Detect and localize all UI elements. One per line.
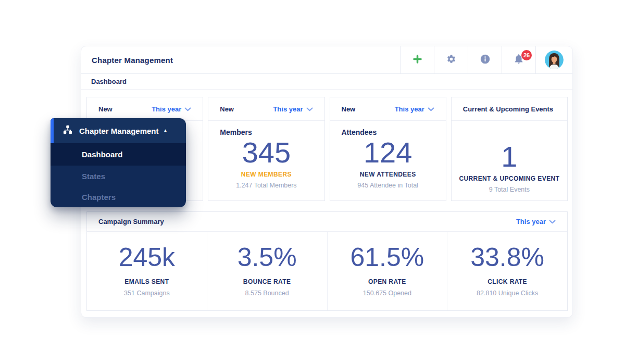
card-body: Attendees 124 NEW ATTENDEES 945 Attendee…: [330, 121, 446, 189]
card-filter-label: New: [98, 105, 113, 113]
campaign-stat-click-rate: 33.8% CLICK RATE 82.810 Unique Clicks: [447, 232, 567, 310]
stat-subtext: 1.247 Total Members: [208, 182, 324, 189]
card-filter-label: New: [342, 105, 356, 113]
screen: Chapter Management 26: [0, 0, 625, 364]
stat-value: 124: [330, 137, 446, 168]
add-button[interactable]: [400, 46, 434, 73]
stat-card-head: New This year: [330, 97, 446, 121]
accent-bar: [51, 118, 54, 143]
nav-item-dashboard[interactable]: Dashboard: [51, 143, 186, 166]
stat-subtext: 945 Attendee in Total: [330, 182, 446, 189]
nav-item-states[interactable]: States: [51, 166, 186, 186]
stat-label: EMAILS SENT: [87, 278, 207, 285]
sitemap-icon: [63, 124, 73, 137]
stat-value: 33.8%: [447, 244, 567, 270]
stat-subtext: 9 Total Events: [452, 186, 567, 193]
stat-value: 345: [208, 137, 324, 168]
notification-count-badge: 26: [521, 50, 532, 60]
stat-highlight: NEW MEMBERS: [208, 171, 324, 178]
nav-item-chapters[interactable]: Chapters: [51, 186, 186, 207]
card-body: Members 345 NEW MEMBERS 1.247 Total Memb…: [208, 121, 324, 189]
stat-card-events: Current & Upcoming Events 1 CURRENT & UP…: [451, 97, 568, 201]
plus-icon: [412, 54, 423, 67]
stat-label: OPEN RATE: [328, 278, 447, 285]
chevron-down-icon: [428, 105, 434, 113]
stat-subtext: 8.575 Bounced: [207, 290, 327, 297]
period-selector[interactable]: This year: [516, 218, 556, 225]
stat-highlight: NEW ATTENDEES: [330, 171, 446, 178]
period-label: This year: [273, 105, 303, 113]
stat-subtext: 150.675 Opened: [328, 290, 447, 297]
nav-menu-items: Dashboard States Chapters: [51, 143, 186, 207]
settings-button[interactable]: [434, 46, 468, 73]
stat-card-attendees: New This year Attendees 124 NEW ATTENDEE…: [330, 97, 446, 201]
stat-label: CLICK RATE: [447, 278, 567, 285]
stat-card-head: New This year: [87, 97, 203, 121]
stat-card-members: New This year Members 345 NEW MEMBERS 1.…: [208, 97, 324, 201]
card-title: Attendees: [330, 128, 446, 136]
nav-menu-toggle[interactable]: Chapter Management ▲: [51, 118, 186, 143]
chevron-down-icon: [184, 105, 191, 113]
stat-value: 245k: [87, 244, 207, 270]
campaign-summary-section: Campaign Summary This year 245k EMAILS S…: [86, 211, 568, 311]
card-filter-label: New: [220, 105, 234, 113]
notifications-button[interactable]: 26: [502, 46, 535, 73]
campaign-summary-header: Campaign Summary This year: [87, 212, 567, 232]
stat-card-head: New This year: [208, 97, 324, 121]
stat-value: 1: [452, 142, 567, 172]
stat-label: BOUNCE RATE: [207, 278, 327, 285]
chevron-down-icon: [306, 105, 313, 113]
period-label: This year: [152, 105, 181, 113]
period-selector[interactable]: This year: [152, 105, 191, 113]
card-title: Current & Upcoming Events: [463, 105, 553, 113]
stat-highlight: CURRENT & UPCOMING EVENT: [452, 175, 567, 182]
breadcrumb-label: Dashboard: [91, 78, 127, 85]
stat-card-head: Current & Upcoming Events: [452, 97, 567, 121]
breadcrumb: Dashboard: [81, 74, 572, 90]
period-selector[interactable]: This year: [273, 105, 312, 113]
section-title: Campaign Summary: [98, 218, 164, 225]
campaign-stats-grid: 245k EMAILS SENT 351 Campaigns 3.5% BOUN…: [87, 232, 567, 310]
app-header: Chapter Management 26: [81, 46, 572, 74]
gear-icon: [446, 54, 456, 66]
avatar: [545, 51, 564, 69]
period-label: This year: [395, 105, 424, 113]
stat-value: 61.5%: [328, 244, 447, 270]
card-body: 1 CURRENT & UPCOMING EVENT 9 Total Event…: [452, 121, 567, 193]
chevron-down-icon: [549, 218, 556, 225]
period-selector[interactable]: This year: [395, 105, 434, 113]
campaign-stat-open-rate: 61.5% OPEN RATE 150.675 Opened: [327, 232, 447, 310]
info-button[interactable]: [468, 46, 502, 73]
period-label: This year: [516, 218, 546, 225]
info-icon: [480, 54, 491, 67]
stat-value: 3.5%: [207, 244, 327, 270]
card-title: Members: [208, 128, 324, 136]
caret-up-icon: ▲: [164, 129, 168, 133]
page-title: Chapter Management: [81, 46, 400, 73]
nav-menu-title: Chapter Management: [79, 127, 159, 135]
campaign-stat-emails-sent: 245k EMAILS SENT 351 Campaigns: [87, 232, 207, 310]
campaign-stat-bounce-rate: 3.5% BOUNCE RATE 8.575 Bounced: [207, 232, 327, 310]
nav-dropdown-menu: Chapter Management ▲ Dashboard States Ch…: [51, 118, 186, 207]
profile-button[interactable]: [535, 46, 572, 73]
stat-subtext: 351 Campaigns: [87, 290, 207, 297]
stat-subtext: 82.810 Unique Clicks: [447, 290, 567, 297]
